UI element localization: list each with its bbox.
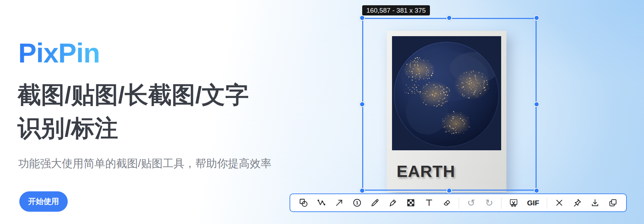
eraser-icon (442, 198, 452, 207)
brand-logo-text: PixPin (18, 39, 100, 67)
marker-tool-button[interactable] (387, 196, 399, 210)
selection-size-label: 160,587 - 381 x 375 (362, 5, 430, 15)
shape-icon (299, 198, 308, 207)
selection-handle-top-left[interactable] (359, 15, 365, 21)
pencil-icon (370, 198, 380, 207)
selection-handle-mid-right[interactable] (534, 101, 539, 107)
page-title: 截图/贴图/长截图/文字 识别/标注 (18, 78, 249, 145)
get-started-button[interactable]: 开始使用 (19, 191, 68, 212)
capture-toolbar: 1 (290, 193, 627, 212)
selection-handle-bottom-left[interactable] (359, 188, 365, 193)
selection-handle-mid-left[interactable] (359, 101, 365, 107)
mosaic-icon (406, 198, 416, 207)
close-button[interactable] (553, 196, 565, 210)
toolbar-divider (547, 197, 547, 209)
copy-icon (608, 198, 618, 207)
marker-icon (388, 198, 398, 207)
text-icon (424, 198, 434, 207)
scroll-capture-button[interactable] (507, 196, 519, 210)
selection-handle-top-center[interactable] (446, 15, 452, 21)
number-badge-icon: 1 (352, 198, 362, 207)
arrow-icon (334, 198, 344, 207)
gif-icon: GIF (527, 199, 539, 207)
redo-button[interactable]: ↻ (483, 196, 495, 210)
capture-selection-region[interactable] (362, 18, 537, 191)
gif-record-button[interactable]: GIF (525, 196, 541, 210)
pin-button[interactable] (571, 196, 583, 210)
polyline-tool-button[interactable] (315, 196, 327, 210)
page-title-line1: 截图/贴图/长截图/文字 (18, 78, 249, 111)
undo-icon: ↺ (467, 198, 475, 207)
selection-handle-bottom-center[interactable] (446, 188, 452, 193)
undo-button[interactable]: ↺ (465, 196, 477, 210)
toolbar-divider (459, 197, 459, 209)
scroll-capture-scissors-icon (509, 198, 518, 207)
polyline-icon (317, 198, 326, 207)
pencil-tool-button[interactable] (369, 196, 381, 210)
shape-tool-button[interactable] (297, 196, 309, 210)
page-title-line2: 识别/标注 (18, 111, 249, 145)
pin-icon (572, 198, 582, 207)
redo-icon: ↻ (485, 198, 493, 207)
page-subtitle: 功能强大使用简单的截图/贴图工具，帮助你提高效率 (18, 157, 272, 171)
close-icon (555, 198, 564, 207)
selection-handle-bottom-right[interactable] (534, 188, 539, 193)
copy-button[interactable] (607, 196, 619, 210)
save-button[interactable] (589, 196, 601, 210)
mosaic-tool-button[interactable] (405, 196, 417, 210)
arrow-tool-button[interactable] (333, 196, 345, 210)
svg-text:1: 1 (356, 200, 359, 205)
number-badge-tool-button[interactable]: 1 (351, 196, 363, 210)
text-tool-button[interactable] (423, 196, 435, 210)
download-icon (590, 198, 600, 207)
toolbar-divider (501, 197, 502, 209)
eraser-tool-button[interactable] (441, 196, 453, 210)
selection-handle-top-right[interactable] (534, 15, 539, 21)
